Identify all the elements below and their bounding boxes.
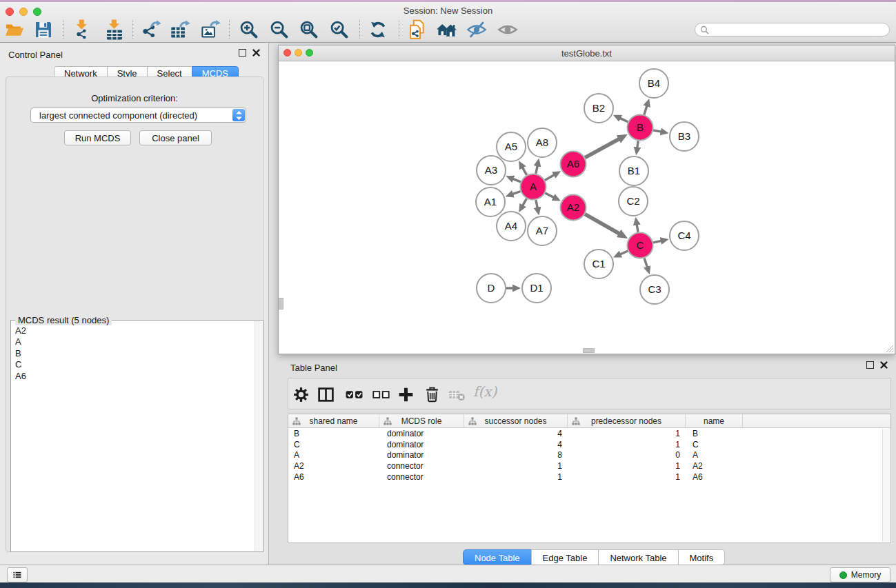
open-session-button[interactable] [2,18,27,41]
table-cell[interactable]: B [686,429,743,438]
graph-edge-A-A8[interactable] [536,165,537,174]
first-neighbors-button[interactable] [434,18,459,41]
zoom-fit-button[interactable] [297,18,321,41]
close-panel-icon[interactable] [252,49,260,57]
float-panel-icon[interactable] [866,361,874,369]
zoom-in-button[interactable] [237,18,261,41]
table-cell[interactable]: connector [379,461,464,471]
select-all-columns-button[interactable] [342,383,366,406]
graph-edge-A-A2[interactable] [545,193,554,198]
resize-grip[interactable] [885,344,894,353]
table-cell[interactable]: A [288,450,379,460]
show-all-button[interactable] [495,18,520,41]
graph-edge-A-A3[interactable] [513,179,521,182]
graph-edge-C-C3[interactable] [644,258,647,267]
horizontal-scroll-thumb[interactable] [583,348,595,353]
table-cell[interactable]: A2 [686,461,743,471]
tab-node-table[interactable]: Node Table [463,549,532,565]
table-cell[interactable]: C [686,440,743,449]
export-image-button[interactable] [198,18,223,41]
export-network-button[interactable] [139,18,163,41]
graph-node-D[interactable]: D [477,274,506,303]
float-panel-icon[interactable] [239,49,246,57]
graph-edge-A-A4[interactable] [523,199,527,205]
table-cell[interactable]: dominator [379,450,464,460]
table-cell[interactable]: 0 [568,450,686,460]
import-network-button[interactable] [70,18,95,41]
graph-node-A7[interactable]: A7 [528,216,557,245]
tab-edge-table[interactable]: Edge Table [531,549,599,565]
table-cell[interactable]: A [686,450,743,460]
graph-edge-B-B4[interactable] [644,106,647,115]
network-canvas[interactable]: AA1A2A3A4A5A6A7A8BB1B2B3B4CC1C2C3C4DD1 [279,61,895,354]
table-cell[interactable]: 1 [464,461,568,471]
graph-node-A6[interactable]: A6 [561,152,586,177]
graph-node-C[interactable]: C [628,233,653,258]
tab-motifs[interactable]: Motifs [678,549,726,565]
graph-edge-C-C1[interactable] [620,251,628,254]
import-table-button[interactable] [102,18,127,41]
tab-network-table[interactable]: Network Table [598,549,678,565]
table-scrollbar[interactable] [882,429,890,542]
task-history-button[interactable] [7,567,28,582]
export-table-button[interactable] [168,18,192,41]
graph-edge-B-B3[interactable] [653,130,661,132]
network-window-titlebar[interactable]: testGlobe.txt [279,45,895,61]
column-header-name[interactable]: name [686,414,743,427]
graph-node-C4[interactable]: C4 [670,221,699,250]
graph-node-C3[interactable]: C3 [640,275,669,304]
graph-node-A2[interactable]: A2 [561,195,586,221]
graph-node-A3[interactable]: A3 [477,156,506,185]
graph-node-B3[interactable]: B3 [670,122,699,151]
function-builder-button[interactable]: f(x) [473,383,497,400]
column-header-successor-nodes[interactable]: successor nodes [464,414,568,427]
graph-edge-B-B2[interactable] [620,118,628,121]
zoom-out-button[interactable] [267,18,292,41]
delete-column-button[interactable] [420,383,444,406]
close-panel-icon[interactable] [880,361,888,369]
table-cell[interactable]: 1 [568,429,686,438]
table-cell[interactable]: 1 [568,472,686,482]
table-cell[interactable]: A6 [288,472,379,482]
column-header-shared-name[interactable]: shared name [288,414,379,427]
graph-node-A4[interactable]: A4 [497,212,526,241]
graph-edge-A6-B[interactable] [585,139,619,158]
mcds-result-item[interactable]: A2 [15,325,253,336]
graph-node-B4[interactable]: B4 [639,69,668,98]
result-scrollbar[interactable] [255,321,262,551]
optimization-criterion-select[interactable]: largest connected component (directed) [30,108,246,123]
zoom-selected-button[interactable] [327,18,352,41]
graph-node-B[interactable]: B [628,115,653,141]
split-panel-button[interactable] [314,383,337,406]
graph-edge-B-B1[interactable] [637,141,638,148]
graph-edge-A-A1[interactable] [512,192,521,194]
table-row[interactable]: Cdominator41C [288,439,890,450]
table-cell[interactable]: A2 [288,461,379,471]
table-row[interactable]: Adominator80A [288,449,890,460]
graph-node-A8[interactable]: A8 [528,128,557,157]
graph-edge-C-C4[interactable] [653,241,661,243]
mcds-result-item[interactable]: A [15,336,253,347]
table-cell[interactable]: dominator [379,440,464,449]
vertical-scroll-thumb[interactable] [279,298,283,310]
table-cell[interactable]: connector [379,472,464,482]
table-cell[interactable]: 4 [464,429,568,438]
graph-node-A1[interactable]: A1 [476,187,505,216]
search-input[interactable] [712,24,889,35]
apply-layout-button[interactable] [366,18,390,41]
delete-table-button[interactable] [445,383,468,406]
table-cell[interactable]: B [288,429,379,438]
new-network-from-selection-button[interactable] [405,18,430,41]
mcds-result-item[interactable]: C [15,359,253,370]
graph-node-C1[interactable]: C1 [584,250,613,278]
table-cell[interactable]: 1 [568,461,686,471]
table-row[interactable]: A2connector11A2 [288,460,890,472]
table-cell[interactable]: A6 [686,472,743,482]
run-mcds-button[interactable]: Run MCDS [64,130,131,145]
column-header-MCDS-role[interactable]: MCDS role [379,414,464,427]
graph-edge-A-A5[interactable] [522,168,526,175]
graph-edge-A-A6[interactable] [545,175,555,181]
table-cell[interactable]: 1 [464,472,568,482]
table-row[interactable]: A6connector11A6 [288,472,890,483]
unselect-all-columns-button[interactable] [369,383,392,406]
